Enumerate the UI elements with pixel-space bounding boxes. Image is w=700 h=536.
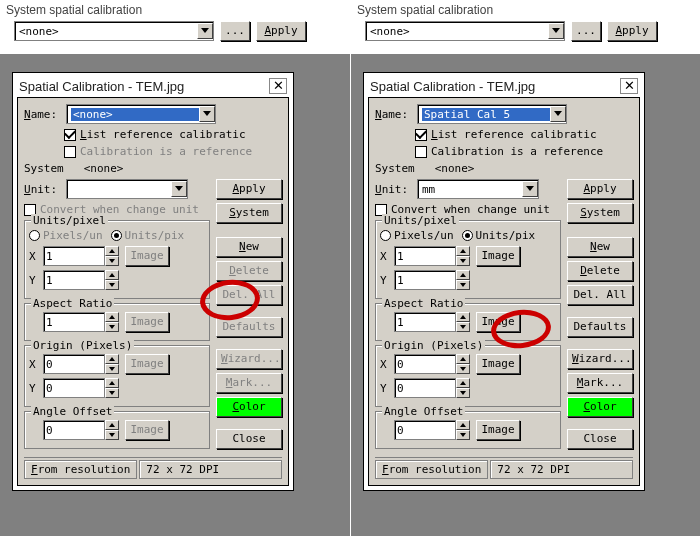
wizard-button[interactable]: Wizard...: [567, 349, 633, 369]
name-dropdown[interactable]: Spatial Cal 5: [417, 104, 567, 124]
list-reference-checkbox[interactable]: [64, 129, 76, 141]
chevron-down-icon: [548, 23, 564, 39]
units-per-pixel-group: Units/pixel Pixels/un Units/pix X: [24, 220, 210, 299]
x-units-input[interactable]: [394, 246, 470, 266]
svg-marker-0: [201, 28, 209, 33]
angle-input[interactable]: [43, 420, 119, 440]
chevron-down-icon: [550, 106, 566, 122]
units-per-pixel-radio: [111, 230, 122, 241]
system-button[interactable]: System: [216, 203, 282, 223]
units-per-pixel-group: Units/pixel Pixels/un Units/pix X: [375, 220, 561, 299]
calibration-reference-checkbox[interactable]: [415, 146, 427, 158]
svg-marker-14: [109, 433, 115, 437]
close-icon[interactable]: ✕: [620, 78, 638, 94]
system-button[interactable]: System: [567, 203, 633, 223]
image-angle-button[interactable]: Image: [476, 420, 520, 440]
origin-x-input[interactable]: [43, 354, 119, 374]
system-calibration-title: System spatial calibration: [6, 2, 344, 21]
wizard-button: Wizard...: [216, 349, 282, 369]
delete-button[interactable]: Delete: [567, 261, 633, 281]
svg-marker-11: [109, 381, 115, 385]
svg-marker-27: [460, 391, 466, 395]
apply-button[interactable]: Apply: [567, 179, 633, 199]
name-dropdown[interactable]: <none>: [66, 104, 216, 124]
svg-marker-23: [460, 325, 466, 329]
aspect-ratio-group: Aspect Ratio Image: [375, 303, 561, 341]
delete-all-button[interactable]: Del. All: [567, 285, 633, 305]
system-calibration-dropdown[interactable]: <none>: [14, 21, 214, 41]
list-reference-label: List reference calibratic: [80, 128, 246, 141]
units-per-pixel-radio[interactable]: [462, 230, 473, 241]
close-button[interactable]: Close: [216, 429, 282, 449]
x-units-input[interactable]: [43, 246, 119, 266]
list-reference-label: List reference calibratic: [431, 128, 597, 141]
name-label: Name:: [375, 108, 417, 121]
mark-button: Mark...: [216, 373, 282, 393]
color-button[interactable]: Color: [216, 397, 282, 417]
close-icon[interactable]: ✕: [269, 78, 287, 94]
aspect-input[interactable]: [394, 312, 470, 332]
origin-group: Origin (Pixels) X Image Y: [24, 345, 210, 407]
svg-marker-3: [109, 249, 115, 253]
svg-marker-24: [460, 357, 466, 361]
apply-system-button[interactable]: Apply: [256, 21, 306, 41]
svg-marker-19: [460, 259, 466, 263]
close-button[interactable]: Close: [567, 429, 633, 449]
system-calibration-dropdown[interactable]: <none>: [365, 21, 565, 41]
origin-group: Origin (Pixels) X Image Y: [375, 345, 561, 407]
ellipsis-button[interactable]: ...: [220, 21, 250, 41]
svg-marker-15: [552, 28, 560, 33]
angle-offset-group: Angle Offset Image: [24, 411, 210, 449]
image-origin-button: Image: [125, 354, 169, 374]
aspect-ratio-group: Aspect Ratio Image: [24, 303, 210, 341]
origin-y-input[interactable]: [43, 378, 119, 398]
angle-offset-group: Angle Offset Image: [375, 411, 561, 449]
origin-x-input[interactable]: [394, 354, 470, 374]
chevron-down-icon: [171, 181, 187, 197]
angle-input[interactable]: [394, 420, 470, 440]
color-button[interactable]: Color: [567, 397, 633, 417]
right-pane: System spatial calibration <none> ... Ap…: [350, 0, 700, 536]
svg-marker-25: [460, 367, 466, 371]
image-aspect-button[interactable]: Image: [476, 312, 520, 332]
defaults-button: Defaults: [216, 317, 282, 337]
mark-button[interactable]: Mark...: [567, 373, 633, 393]
calibration-reference-checkbox: [64, 146, 76, 158]
y-units-input[interactable]: [43, 270, 119, 290]
origin-y-input[interactable]: [394, 378, 470, 398]
y-units-input[interactable]: [394, 270, 470, 290]
image-xy-button: Image: [125, 246, 169, 266]
apply-system-button[interactable]: Apply: [607, 21, 657, 41]
aspect-input[interactable]: [43, 312, 119, 332]
svg-marker-22: [460, 315, 466, 319]
image-xy-button[interactable]: Image: [476, 246, 520, 266]
unit-dropdown[interactable]: mm: [417, 179, 539, 199]
svg-marker-21: [460, 283, 466, 287]
image-origin-button[interactable]: Image: [476, 354, 520, 374]
system-label: System: [24, 162, 64, 175]
from-resolution-cell: From resolution: [375, 460, 488, 479]
svg-marker-9: [109, 357, 115, 361]
apply-button[interactable]: Apply: [216, 179, 282, 199]
pixels-per-unit-radio[interactable]: [380, 230, 391, 241]
left-pane: System spatial calibration <none> ... Ap…: [0, 0, 350, 536]
dpi-cell: 72 x 72 DPI: [139, 460, 282, 479]
list-reference-checkbox[interactable]: [415, 129, 427, 141]
ellipsis-button[interactable]: ...: [571, 21, 601, 41]
svg-marker-12: [109, 391, 115, 395]
chevron-down-icon: [522, 181, 538, 197]
system-value: <none>: [84, 162, 124, 175]
unit-dropdown[interactable]: [66, 179, 188, 199]
unit-label: Unit:: [24, 183, 66, 196]
spatial-calibration-dialog: Spatial Calibration - TEM.jpg ✕ Name: <n…: [12, 72, 294, 491]
dpi-cell: 72 x 72 DPI: [490, 460, 633, 479]
delete-all-button: Del. All: [216, 285, 282, 305]
svg-marker-10: [109, 367, 115, 371]
new-button[interactable]: New: [216, 237, 282, 257]
new-button[interactable]: New: [567, 237, 633, 257]
svg-marker-17: [526, 186, 534, 191]
calibration-reference-label: Calibration is a reference: [80, 145, 252, 158]
defaults-button[interactable]: Defaults: [567, 317, 633, 337]
system-calibration-title: System spatial calibration: [357, 2, 694, 21]
system-label: System: [375, 162, 415, 175]
